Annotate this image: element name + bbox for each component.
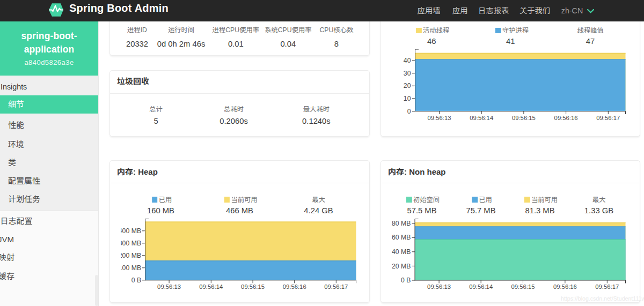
legend-chip — [406, 197, 412, 203]
legend-label: 已用 — [159, 196, 172, 204]
legend-chip — [472, 197, 478, 203]
svg-text:80 MB: 80 MB — [392, 220, 411, 227]
svg-text:0: 0 — [407, 108, 411, 115]
svg-text:0 B: 0 B — [131, 277, 141, 284]
sidebar-item-classes[interactable]: 类 — [0, 154, 98, 172]
legend-chip — [524, 197, 530, 203]
sidebar-scrollbar-thumb[interactable] — [95, 275, 98, 306]
sidebar: spring-boot-application a840d5826a3e Ins… — [0, 21, 99, 306]
svg-text:30: 30 — [404, 70, 411, 77]
svg-text:09:56:17: 09:56:17 — [596, 115, 620, 121]
svg-text:10: 10 — [404, 95, 411, 102]
svg-text:09:56:16: 09:56:16 — [553, 283, 577, 290]
gc-card-title: 垃圾回收 — [117, 75, 149, 86]
svg-text:09:56:14: 09:56:14 — [199, 283, 223, 290]
svg-text:20 MB: 20 MB — [392, 263, 411, 270]
sidebar-item-loggers[interactable]: 日志配置 — [0, 212, 98, 230]
instance-id: a840d5826a3e — [0, 58, 98, 66]
application-name: spring-boot-application — [0, 29, 98, 56]
nonheap-card-divider — [381, 183, 640, 183]
legend-chip — [152, 197, 158, 203]
sidebar-item-scheduled-tasks[interactable]: 计划任务 — [0, 190, 98, 208]
application-header[interactable]: spring-boot-application a840d5826a3e — [0, 21, 98, 76]
sidebar-section-insights: Insights — [1, 83, 81, 91]
sidebar-item-details[interactable]: 细节 — [0, 95, 98, 114]
heap-card-divider — [110, 183, 369, 183]
svg-text:09:56:15: 09:56:15 — [511, 283, 535, 290]
legend-label: 已用 — [479, 196, 492, 204]
svg-text:40: 40 — [404, 57, 411, 64]
area-守护进程 — [415, 59, 626, 111]
svg-text:09:56:17: 09:56:17 — [324, 283, 348, 290]
legend-chip — [495, 28, 501, 34]
gc-card-divider — [110, 93, 369, 94]
sidebar-item-caches[interactable]: 缓存 — [0, 267, 98, 286]
legend-chip — [416, 28, 422, 34]
sidebar-item-metrics[interactable]: 性能 — [0, 116, 98, 135]
nav-item-applications[interactable]: 应用 — [452, 0, 468, 21]
nav-item-wallboard[interactable]: 应用墙 — [418, 0, 441, 21]
svg-text:09:56:13: 09:56:13 — [427, 283, 451, 290]
svg-text:40 MB: 40 MB — [392, 248, 411, 256]
svg-text:09:56:13: 09:56:13 — [157, 283, 181, 290]
svg-text:09:56:16: 09:56:16 — [554, 115, 578, 121]
watermark: https://blog.csdn.net/Student111w — [561, 295, 644, 302]
nonheap-card-title: 内存: Non heap — [388, 165, 446, 176]
svg-text:09:56:15: 09:56:15 — [512, 115, 536, 121]
nav-item-about[interactable]: 关于我们 — [519, 0, 550, 21]
svg-text:60 MB: 60 MB — [392, 234, 411, 241]
svg-text:20: 20 — [404, 82, 411, 89]
nonheap-chart: 0 B20 MB40 MB60 MB80 MB09:56:1309:56:140… — [392, 215, 628, 294]
sidebar-item-mappings[interactable]: 映射 — [0, 249, 98, 267]
svg-text:300 MB: 300 MB — [121, 240, 141, 247]
sidebar-item-environment[interactable]: 环境 — [0, 136, 98, 154]
threads-chart: 01020304009:56:1309:56:1409:56:1509:56:1… — [392, 46, 628, 124]
spring-boot-admin-logo-icon — [49, 3, 63, 17]
heap-chart: 0 B100 MB200 MB300 MB400 MB09:56:1309:56… — [121, 215, 358, 294]
locale-dropdown[interactable]: zh-CN — [561, 0, 583, 21]
svg-text:0 B: 0 B — [401, 277, 411, 284]
application-name-line1: spring-boot- — [21, 31, 77, 41]
brand-title[interactable]: Spring Boot Admin — [69, 2, 169, 14]
svg-text:09:56:14: 09:56:14 — [469, 283, 493, 290]
area-初始空间 — [415, 240, 626, 280]
legend-label: 活动线程 — [423, 27, 449, 34]
area-已用 — [145, 260, 356, 280]
heap-card-title: 内存: Heap — [117, 165, 158, 176]
legend-label: 守护进程 — [502, 27, 529, 34]
legend-label: 当前可用 — [231, 196, 257, 204]
svg-text:09:56:16: 09:56:16 — [282, 283, 306, 290]
legend-chip — [224, 197, 230, 203]
svg-text:100 MB: 100 MB — [121, 264, 141, 272]
navbar: Spring Boot Admin 应用墙 应用 日志报表 关于我们 zh-CN — [0, 0, 644, 21]
sidebar-item-jvm[interactable]: JVM — [0, 230, 98, 249]
nav-item-journal[interactable]: 日志报表 — [478, 0, 509, 21]
legend-label: 初始空间 — [413, 196, 440, 204]
legend-label: 当前可用 — [531, 196, 558, 204]
svg-text:09:56:14: 09:56:14 — [470, 115, 493, 121]
svg-text:200 MB: 200 MB — [121, 252, 141, 259]
chevron-down-icon[interactable] — [587, 9, 594, 13]
svg-text:09:56:13: 09:56:13 — [428, 115, 451, 121]
svg-text:400 MB: 400 MB — [121, 227, 141, 235]
sidebar-item-config-props[interactable]: 配置属性 — [0, 172, 98, 190]
application-name-line2: application — [24, 44, 74, 55]
page: { "navbar": { "brand": "Spring Boot Admi… — [0, 0, 644, 306]
svg-text:09:56:17: 09:56:17 — [595, 283, 619, 290]
svg-text:09:56:15: 09:56:15 — [241, 283, 265, 290]
